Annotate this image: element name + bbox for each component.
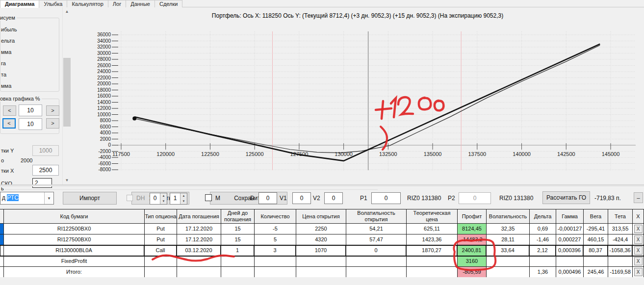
- portfolio-combobox[interactable]: д РТС ▾: [0, 192, 54, 205]
- column-header-15[interactable]: X: [633, 209, 644, 224]
- y-tick-label: 32000: [97, 44, 111, 50]
- v1-field[interactable]: 0: [292, 192, 311, 204]
- column-header-4[interactable]: Дней до погашения: [221, 209, 255, 224]
- calc-go-button[interactable]: Рассчитать ГО: [542, 191, 590, 204]
- center-left-button-1[interactable]: <: [3, 105, 16, 116]
- draw-item-2[interactable]: ельта: [1, 38, 15, 44]
- ticks-x-field[interactable]: 2500: [32, 165, 59, 176]
- remove-cell: X: [633, 224, 644, 234]
- y-tick-label: 28000: [97, 56, 111, 62]
- import-button[interactable]: Импорт: [63, 192, 117, 205]
- column-header-9[interactable]: Профит: [458, 209, 487, 224]
- cell-Тета: [608, 256, 633, 267]
- column-header-8[interactable]: Теоретическая цена: [407, 209, 458, 224]
- column-header-14[interactable]: Тета: [608, 209, 633, 224]
- up-arrow-icon[interactable]: ▲: [160, 193, 167, 199]
- cell-Тип опциона: Put: [145, 234, 177, 245]
- x-tick-label: 120000: [156, 151, 175, 157]
- cell-Количество: [255, 267, 296, 278]
- column-header-11[interactable]: Дельта: [530, 209, 556, 224]
- center-left-button-2[interactable]: <: [2, 118, 16, 129]
- draw-group-label: исуем: [0, 15, 17, 21]
- d-label: D: [250, 195, 255, 202]
- scroll-up-icon[interactable]: ▲: [63, 7, 71, 16]
- remove-row-button[interactable]: X: [634, 246, 643, 255]
- cell-Тип опциона: [145, 267, 177, 278]
- tab-4[interactable]: Лог: [108, 0, 126, 7]
- cell-Волатильность: 28,11: [487, 234, 530, 245]
- cell-Волатильность открытия: 57,47: [346, 234, 407, 245]
- spinner-b-value[interactable]: 1: [170, 193, 180, 204]
- table-row[interactable]: FixedProfit3160X: [0, 256, 644, 267]
- center-step-field-2[interactable]: 10: [19, 118, 42, 130]
- down-arrow-icon[interactable]: ▼: [160, 199, 167, 204]
- cell-Код бумаги: Итого:: [4, 267, 145, 278]
- cell-Волатильность открытия: [346, 267, 407, 278]
- center-right-button-1[interactable]: >: [46, 105, 59, 116]
- center-right-button-2[interactable]: >: [46, 118, 59, 129]
- cell-Дельта: 1,36: [530, 267, 556, 278]
- tab-2[interactable]: Улыбка: [39, 0, 67, 7]
- table-row[interactable]: RI127500BX0Put17.12.2020155432057,471423…: [0, 234, 644, 245]
- draw-item-6[interactable]: мма: [1, 83, 11, 89]
- up-arrow-icon[interactable]: ▲: [180, 193, 187, 199]
- spinner-b[interactable]: 1 ▲▼: [170, 193, 187, 205]
- tab-3[interactable]: Калькулятор: [67, 0, 108, 7]
- spinner-a-arrows[interactable]: ▲▼: [160, 193, 167, 204]
- cell-Гамма: 0,000396: [556, 245, 584, 256]
- row-indicator-header: [0, 209, 4, 224]
- cell-Дельта: [530, 256, 556, 267]
- x-tick-label: 135000: [424, 151, 442, 157]
- center-step-field-1[interactable]: 10: [19, 104, 42, 116]
- draw-item-1[interactable]: ибыль: [1, 26, 17, 32]
- cell-Гамма: 0,000227: [556, 234, 584, 245]
- chevron-down-icon[interactable]: ▾: [44, 192, 53, 204]
- x-tick-label: 137500: [468, 151, 486, 157]
- tab-6[interactable]: Сделки: [155, 0, 183, 7]
- minimize-button[interactable]: _: [634, 192, 643, 203]
- remove-row-button[interactable]: X: [634, 268, 643, 276]
- dh-checkbox[interactable]: [127, 195, 133, 201]
- draw-item-5[interactable]: та: [1, 72, 6, 78]
- v2-field[interactable]: 0: [324, 192, 343, 204]
- scrollbar-thumb[interactable]: [63, 58, 71, 127]
- cell-Дней до погашения: 15: [221, 224, 255, 234]
- column-header-13[interactable]: Вега: [584, 209, 608, 224]
- column-header-5[interactable]: Количество: [255, 209, 296, 224]
- spinner-b-arrows[interactable]: ▲▼: [180, 193, 187, 204]
- column-header-3[interactable]: Дата погашения: [177, 209, 221, 224]
- draw-item-3[interactable]: мма: [1, 49, 11, 55]
- spinner-a[interactable]: 0 ▲▼: [150, 193, 167, 205]
- table-row[interactable]: Итого:-805,591,360,000496245,46-1169,58X: [0, 267, 644, 278]
- table-row[interactable]: RI122500BX0Put17.12.202015-5225054,21625…: [0, 224, 644, 234]
- v2-label: V2: [313, 195, 320, 202]
- draw-item-4[interactable]: га: [1, 60, 6, 66]
- cell-Волатильность открытия: [346, 256, 407, 267]
- cell-Вега: 80,37: [584, 245, 608, 256]
- remove-row-button[interactable]: X: [634, 225, 643, 233]
- remove-cell: X: [633, 256, 644, 267]
- sidebar-scrollbar[interactable]: ▲ ▼: [62, 7, 71, 184]
- tab-1[interactable]: Диаграмма: [0, 0, 39, 8]
- x-tick-label: 142500: [557, 151, 575, 157]
- x-tick-label: 145000: [602, 151, 620, 157]
- column-header-2[interactable]: Тип опциона: [145, 209, 177, 224]
- cell-Теоретическая цена: 1870,27: [407, 245, 458, 256]
- remove-row-button[interactable]: X: [634, 235, 643, 244]
- column-header-12[interactable]: Гамма: [556, 209, 584, 224]
- p1-field[interactable]: 0: [371, 192, 401, 204]
- remove-row-button[interactable]: X: [634, 257, 643, 265]
- cell-Дата погашения: 17.12.2020: [177, 234, 221, 245]
- row-indicator: [0, 267, 4, 278]
- tab-5[interactable]: Данные: [126, 0, 155, 7]
- column-header-6[interactable]: Цена открытия: [296, 209, 346, 224]
- column-header-7[interactable]: Волатильность открытия: [346, 209, 407, 224]
- column-header-1[interactable]: Код бумаги: [4, 209, 145, 224]
- spinner-a-value[interactable]: 0: [150, 193, 160, 204]
- scroll-down-icon[interactable]: ▼: [63, 176, 71, 184]
- down-arrow-icon[interactable]: ▼: [180, 199, 187, 204]
- d-field[interactable]: 0: [258, 192, 277, 204]
- column-header-10[interactable]: Волатильность: [487, 209, 530, 224]
- table-row[interactable]: RI130000BL0ACall03.12.202013107001870,27…: [0, 245, 644, 256]
- m-checkbox[interactable]: [205, 194, 212, 201]
